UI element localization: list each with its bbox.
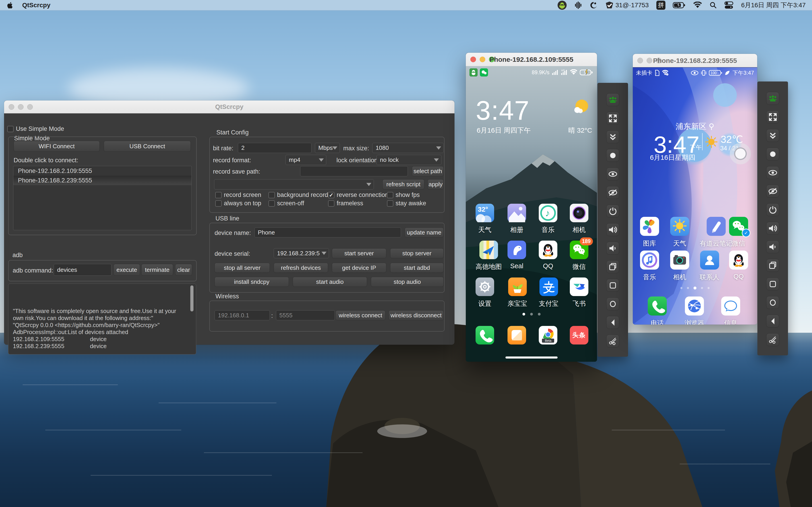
- install-sndcpy-button[interactable]: install sndcpy: [214, 277, 289, 287]
- checkbox-box[interactable]: [387, 200, 393, 207]
- battery-icon[interactable]: [673, 1, 686, 9]
- app-switch-icon[interactable]: [766, 259, 779, 272]
- power-icon[interactable]: [606, 205, 619, 218]
- device-list-item[interactable]: Phone-192.168.2.239:5555: [13, 176, 192, 185]
- wireless-disconnect-button[interactable]: wireless disconnect: [389, 310, 444, 320]
- config-checkbox[interactable]: always on top: [215, 200, 261, 207]
- app-shortcut[interactable]: 天气: [670, 217, 689, 248]
- stop-audio-button[interactable]: stop audio: [371, 277, 444, 287]
- update-name-button[interactable]: update name: [405, 227, 444, 237]
- assistive-ball[interactable]: [730, 143, 751, 164]
- control-center-icon[interactable]: [724, 1, 733, 9]
- phone2-screen[interactable]: 未插卡 ! z 100 下午3:47 浦东新区 ⚲ 3:47 下午 32℃ 34…: [633, 67, 757, 325]
- app-switch-icon[interactable]: [606, 260, 619, 273]
- clear-button[interactable]: clear: [175, 264, 192, 276]
- app-shortcut[interactable]: 相机: [670, 250, 689, 282]
- start-server-button[interactable]: start server: [332, 248, 386, 258]
- home-icon[interactable]: [766, 278, 779, 290]
- adb-log-output[interactable]: "This software is completely open source…: [8, 284, 196, 354]
- wireless-ip-input[interactable]: 192.168.0.1: [214, 310, 270, 320]
- app-shortcut[interactable]: 高德地图: [475, 241, 502, 271]
- record-format-combo[interactable]: mp4: [286, 155, 326, 165]
- lock-orientation-combo[interactable]: no lock: [376, 155, 441, 165]
- swirl-status-icon[interactable]: [590, 1, 598, 9]
- log-scrollbar[interactable]: [190, 285, 194, 312]
- screenshot-icon[interactable]: [606, 335, 619, 347]
- checkbox-box[interactable]: [268, 200, 275, 207]
- volume-up-icon[interactable]: [606, 223, 619, 236]
- dock-app[interactable]: Beta: [539, 326, 557, 344]
- max-size-combo[interactable]: 1080: [372, 143, 444, 153]
- app-shortcut[interactable]: 32° 天气: [475, 204, 494, 234]
- app-shortcut[interactable]: 189 微信: [570, 241, 589, 271]
- apple-menu[interactable]: [7, 2, 13, 9]
- app-shortcut[interactable]: 音乐: [640, 250, 659, 282]
- checkbox-box[interactable]: [268, 192, 275, 198]
- group-icon[interactable]: [606, 93, 619, 106]
- stop-server-button[interactable]: stop server: [390, 248, 444, 258]
- wireless-port-input[interactable]: 5555: [276, 310, 335, 320]
- android-status-icon[interactable]: [557, 0, 567, 10]
- adb-command-input[interactable]: devices: [54, 264, 111, 276]
- menubar-stat-text[interactable]: 31@·17753: [615, 2, 649, 9]
- phone1-titlebar[interactable]: Phone-192.168.2.109:5555: [466, 53, 597, 66]
- refresh-script-button[interactable]: refresh script: [383, 179, 424, 189]
- dock-app[interactable]: 浏览器: [684, 296, 704, 325]
- app-shortcut[interactable]: 飞书: [570, 278, 589, 308]
- dock-app[interactable]: 电话: [648, 296, 667, 325]
- device-list-item[interactable]: Phone-192.168.2.109:5555: [13, 166, 192, 176]
- dock-app[interactable]: 头条: [570, 326, 589, 344]
- select-path-button[interactable]: select path: [412, 166, 444, 176]
- use-simple-mode-checkbox[interactable]: Use Simple Mode: [7, 125, 64, 132]
- vpn-check-icon[interactable]: [605, 1, 614, 10]
- wifi-connect-button[interactable]: WIFI Connect: [14, 141, 100, 152]
- input-method-icon[interactable]: 拼: [656, 1, 665, 10]
- config-checkbox[interactable]: background record: [268, 191, 328, 199]
- wifi-icon[interactable]: [693, 2, 702, 9]
- app-shortcut[interactable]: 有道云笔记: [700, 217, 732, 248]
- app-shortcut[interactable]: 设置: [475, 278, 494, 308]
- app-shortcut[interactable]: 相机: [570, 204, 589, 234]
- script-combo[interactable]: [214, 179, 374, 189]
- back-icon[interactable]: [766, 315, 779, 328]
- bit-rate-input[interactable]: 2: [238, 143, 311, 153]
- dock-app[interactable]: [475, 326, 494, 344]
- menu-circle-icon[interactable]: [766, 296, 779, 309]
- record-dot-icon[interactable]: [606, 149, 619, 162]
- config-checkbox[interactable]: ✓ reverse connection: [328, 191, 388, 199]
- bit-rate-unit-combo[interactable]: Mbps: [315, 143, 340, 153]
- eye-closed-icon[interactable]: [766, 185, 779, 198]
- stop-all-server-button[interactable]: stop all server: [214, 263, 270, 273]
- app-shortcut[interactable]: ✓ 微信: [729, 217, 748, 248]
- app-shortcut[interactable]: QQ: [539, 241, 557, 270]
- spotlight-search-icon[interactable]: [709, 1, 717, 9]
- dock-app[interactable]: [507, 326, 526, 344]
- app-shortcut[interactable]: 支付宝: [539, 278, 558, 308]
- device-name-input[interactable]: Phone: [254, 227, 401, 237]
- phone1-screen[interactable]: 89.9K/s HD 5 3:47 6月16日 周四下午 晴 32°C 32° …: [466, 66, 597, 362]
- menubar-clock[interactable]: 6月16日 周四 下午3:47: [741, 1, 806, 9]
- power-icon[interactable]: [766, 203, 779, 216]
- phone2-titlebar[interactable]: Phone-192.168.2.239:5555: [633, 54, 757, 67]
- config-checkbox[interactable]: frameless: [328, 200, 363, 207]
- main-window-titlebar[interactable]: QtScrcpy: [4, 101, 454, 113]
- record-dot-icon[interactable]: [766, 148, 779, 161]
- device-serial-combo[interactable]: 192.168.2.239:5: [274, 248, 329, 258]
- dock-app[interactable]: 信息: [721, 296, 740, 325]
- config-checkbox[interactable]: record screen: [215, 191, 261, 199]
- terminate-button[interactable]: terminate: [141, 264, 173, 276]
- app-shortcut[interactable]: 相册: [507, 204, 526, 234]
- collapse-icon[interactable]: [766, 129, 779, 142]
- checkbox-box[interactable]: ✓: [328, 192, 335, 198]
- app-shortcut[interactable]: Seal: [507, 241, 526, 270]
- app-shortcut[interactable]: ♪ 音乐: [539, 204, 557, 234]
- app-shortcut[interactable]: QQ: [729, 250, 748, 280]
- screenshot-icon[interactable]: [766, 333, 779, 346]
- usb-connect-button[interactable]: USB Connect: [104, 141, 191, 152]
- record-save-path-input[interactable]: [300, 166, 408, 176]
- home-icon[interactable]: [606, 279, 619, 292]
- refresh-devices-button[interactable]: refresh devices: [274, 263, 328, 273]
- app-shortcut[interactable]: 亲宝宝: [507, 278, 527, 308]
- fullscreen-icon[interactable]: [766, 110, 779, 123]
- checkbox-box[interactable]: [328, 200, 335, 207]
